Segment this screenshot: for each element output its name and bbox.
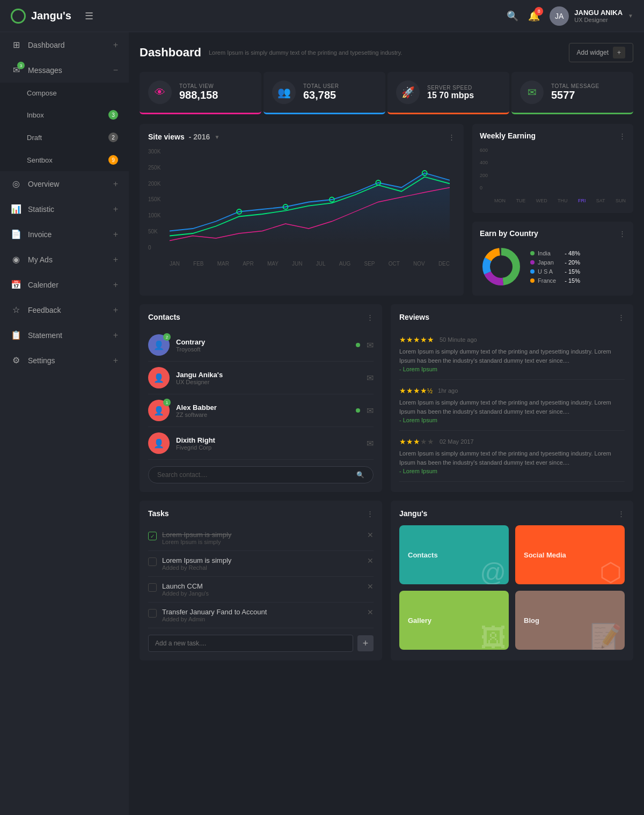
alex-name: Alex Babber: [176, 403, 349, 412]
task-3-sub: Added by Jangu's: [162, 590, 362, 597]
bottom-row: Tasks ⋮ ✓ Lorem Ipsum is simply Lorem Ip…: [140, 501, 633, 660]
top-nav: Jangu's ☰ 🔍 🔔 8 JA JANGU ANIKA UX Design…: [0, 0, 644, 32]
usa-pct: - 15%: [559, 268, 580, 275]
task-3-remove-icon[interactable]: ✕: [367, 582, 374, 591]
overview-add-icon[interactable]: +: [113, 179, 118, 189]
contrary-name: Contrary: [176, 338, 349, 346]
blog-tile-icon: 📝: [590, 622, 622, 650]
review-2-link[interactable]: - Lorem Ipsum: [399, 417, 437, 423]
earn-country-legend: India - 48% Japan - 20% U S A: [530, 250, 580, 284]
calender-add-icon[interactable]: +: [113, 280, 118, 290]
usa-label: U S A: [538, 268, 553, 275]
reviews-title: Reviews: [399, 313, 429, 321]
sidebar-item-feedback[interactable]: ☆ Feedback +: [0, 297, 129, 322]
earn-by-country-more-icon[interactable]: ⋮: [619, 230, 626, 238]
sidebar-label-overview: Overview: [28, 180, 107, 188]
sidebar-item-overview[interactable]: ◎ Overview +: [0, 171, 129, 196]
user-dropdown-arrow[interactable]: ▼: [628, 13, 633, 19]
jangus-tile-gallery[interactable]: Gallery 🖼: [399, 591, 509, 650]
alex-status: [356, 408, 360, 413]
sidebar-item-calender[interactable]: 📅 Calender +: [0, 272, 129, 297]
settings-add-icon[interactable]: +: [113, 356, 118, 365]
weekly-earning-header: Weekly Earning ⋮: [480, 131, 626, 140]
server-speed-icon: 🚀: [396, 80, 420, 104]
logo-text: Jangu's: [31, 10, 71, 22]
task-2-checkbox[interactable]: [148, 557, 157, 566]
myads-add-icon[interactable]: +: [113, 255, 118, 265]
jangus-more-icon[interactable]: ⋮: [618, 510, 625, 518]
sidebar-item-draft[interactable]: Draft 2: [0, 126, 129, 149]
contacts-more-icon[interactable]: ⋮: [367, 313, 374, 321]
sidebar-item-statement[interactable]: 📋 Statement +: [0, 322, 129, 348]
tasks-card: Tasks ⋮ ✓ Lorem Ipsum is simply Lorem Ip…: [140, 501, 382, 660]
site-views-more-icon[interactable]: ⋮: [448, 133, 455, 141]
task-1-checkbox[interactable]: ✓: [148, 532, 157, 540]
feedback-add-icon[interactable]: +: [113, 305, 118, 315]
sidebar-item-invoice[interactable]: 📄 Invoice +: [0, 222, 129, 247]
messages-icon: ✉ 3: [11, 65, 21, 75]
reviews-more-icon[interactable]: ⋮: [618, 313, 625, 321]
add-widget-button[interactable]: Add widget +: [569, 43, 633, 62]
sidebar-item-dashboard[interactable]: ⊞ Dashboard +: [0, 32, 129, 57]
contacts-tile-label: Contacts: [408, 551, 438, 559]
task-2-remove-icon[interactable]: ✕: [367, 556, 374, 565]
review-1-stars: ★★★★★: [399, 335, 434, 344]
dixith-name: Dixith Right: [176, 436, 360, 444]
statistic-add-icon[interactable]: +: [113, 204, 118, 214]
sidebar-item-settings[interactable]: ⚙ Settings +: [0, 348, 129, 373]
settings-icon: ⚙: [11, 355, 21, 365]
contrary-badge: 2: [163, 333, 171, 341]
sidebar-label-calender: Calender: [28, 281, 107, 289]
jangus-title: Jangu's: [399, 509, 427, 518]
contrary-info: Contrary Troyosoft: [176, 338, 349, 353]
india-label: India: [538, 250, 551, 256]
notification-icon[interactable]: 🔔 8: [528, 10, 540, 22]
stat-server-speed-info: SERVER SPEED 15 70 mbps: [427, 85, 474, 100]
add-task-input[interactable]: [148, 635, 353, 652]
sidebar-item-inbox[interactable]: Inbox 3: [0, 104, 129, 126]
jangu-avatar: 👤: [148, 367, 170, 388]
statement-add-icon[interactable]: +: [113, 331, 118, 340]
search-icon[interactable]: 🔍: [507, 10, 518, 22]
hamburger-icon[interactable]: ☰: [85, 10, 93, 22]
y-label-0: 0: [148, 245, 167, 251]
task-1-name: Lorem Ipsum is simply: [162, 531, 362, 539]
task-4-checkbox[interactable]: [148, 609, 157, 618]
user-info[interactable]: JA JANGU ANIKA UX Designer ▼: [550, 6, 633, 26]
sidebar-item-statistic[interactable]: 📊 Statistic +: [0, 196, 129, 222]
alex-mail-icon[interactable]: ✉: [367, 406, 374, 416]
japan-label: Japan: [538, 259, 554, 266]
jangus-tile-contacts[interactable]: Contacts @: [399, 525, 509, 584]
dashboard-add-icon[interactable]: +: [113, 40, 118, 50]
search-contact-field[interactable]: Search contact.... 🔍: [148, 466, 374, 483]
legend-japan: Japan - 20%: [530, 259, 580, 266]
jangus-tile-blog[interactable]: Blog 📝: [515, 591, 625, 650]
jangus-tile-social[interactable]: Social Media ⬡: [515, 525, 625, 584]
sidebar-item-myads[interactable]: ◉ My Ads +: [0, 247, 129, 272]
sidebar-item-compose[interactable]: Compose: [0, 83, 129, 104]
messages-collapse-icon[interactable]: −: [113, 65, 118, 75]
contact-jangu: 👤 Jangu Anika's UX Designer ✉: [148, 362, 374, 394]
task-1-remove-icon[interactable]: ✕: [367, 531, 374, 539]
review-3-link[interactable]: - Lorem Ipsum: [399, 468, 437, 474]
x-jun: JUN: [292, 261, 302, 267]
weekly-earning-more-icon[interactable]: ⋮: [619, 132, 626, 140]
invoice-add-icon[interactable]: +: [113, 230, 118, 239]
dixith-mail-icon[interactable]: ✉: [367, 438, 374, 449]
tasks-more-icon[interactable]: ⋮: [367, 510, 374, 518]
site-views-dropdown-icon[interactable]: ▼: [214, 134, 219, 140]
task-4-remove-icon[interactable]: ✕: [367, 608, 374, 616]
contrary-mail-icon[interactable]: ✉: [367, 340, 374, 350]
sentbox-badge: 9: [108, 155, 118, 165]
task-2-info: Lorem Ipsum is simply Added by Rechal: [162, 556, 362, 571]
stat-card-total-view: 👁 TOTAL VIEW 988,158: [140, 72, 261, 114]
earn-by-country-title: Earn by Country: [480, 229, 538, 238]
sidebar-item-messages[interactable]: ✉ 3 Messages −: [0, 57, 129, 83]
day-sat: SAT: [596, 198, 605, 203]
add-task-button[interactable]: +: [357, 635, 374, 651]
sidebar-item-sentbox[interactable]: Sentbox 9: [0, 149, 129, 171]
jangu-mail-icon[interactable]: ✉: [367, 373, 374, 383]
task-3-checkbox[interactable]: [148, 583, 157, 592]
x-apr: APR: [243, 261, 254, 267]
review-1-link[interactable]: - Lorem Ipsum: [399, 366, 437, 372]
